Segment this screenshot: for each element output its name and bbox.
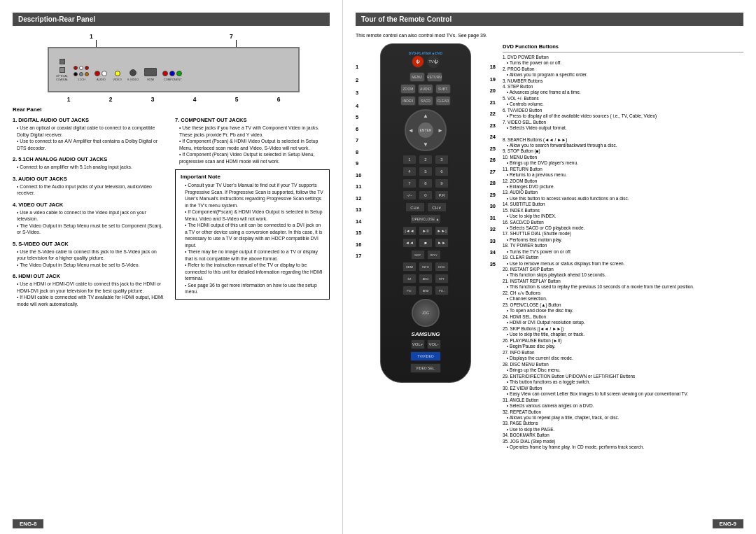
remote-row-num3: 7 8 9 [386,178,465,188]
tv-video-btn[interactable]: TV/VIDEO [410,351,441,361]
search-fwd[interactable]: ►► [435,238,449,248]
video-sel-btn[interactable]: VIDEO SEL. [410,363,441,373]
remote-row-misc2: HDMI INFO DISC [386,262,465,272]
dvd-func-title: DVD Function Buttons [503,43,743,52]
vol-up[interactable]: VOL+ [411,339,425,349]
zoom-btn[interactable]: ZOOM [400,84,416,94]
sec1-text: Use an optical or coaxial digital cable … [13,125,167,151]
search-back[interactable]: ◄◄ [402,238,416,248]
port-5ch: 5.1CH [74,66,89,81]
ez-view[interactable]: EZ [402,274,416,283]
remote-row-video-sel: VIDEO SEL. [386,363,465,373]
num-9[interactable]: 9 [435,178,449,188]
sec6-text: Use a HDMI or HDMI-DVI cable to connect … [13,281,167,307]
num-minus[interactable]: -/-- [402,190,416,200]
skip-back[interactable]: |◄◄ [402,226,416,236]
index-btn[interactable]: INDEX [400,96,416,106]
rear-panel-diagram: 1 7 OPTICALCOAXIAL [13,33,330,103]
play-pause[interactable]: ►II [419,226,433,236]
desc-30: 30. EZ VIEW Button Easy View can convert… [503,386,743,398]
vol-dn[interactable]: VOL- [427,339,441,349]
num-0[interactable]: 0 [419,190,433,200]
disc-menu[interactable]: DISC [435,262,449,272]
page-up[interactable]: PG↑ [402,286,416,295]
desc-25: 25. SKIP Buttons (|◄◄ / ►►|) Use to skip… [503,326,743,338]
remote-row-tv: TV/VIDEO [386,351,465,361]
page-num-left: ENG-8 [13,519,43,528]
nav-enter[interactable]: ENTER [418,122,433,138]
dvd-func-5: 5. VOL +/- Buttons Controls volume. [503,96,743,108]
samsung-logo: SAMSUNG [386,331,465,337]
desc-31: 31. ANGLE Button Selects various camera … [503,398,743,409]
num-8[interactable]: 8 [419,178,433,188]
instant-replay[interactable]: RPLY [427,250,441,260]
subtitle-btn[interactable]: SUBT. [435,84,451,94]
desc-10: 10. MENU Button Brings up the DVD player… [503,155,743,167]
desc-sec5: 5. S-VIDEO OUT JACK Use the S-Video cabl… [13,241,167,269]
remote-row-2: ZOOM AUDIO SUBT. [386,84,465,94]
dvd-func-4: 4. STEP Button Advances play one frame a… [503,84,743,96]
dvd-power-btn[interactable]: ⏻ [412,55,424,68]
num-1[interactable]: 1 [402,155,416,164]
bottom-num-row: 1 2 3 4 5 6 [48,96,300,103]
tv-power-btn[interactable]: TV⏻ [427,55,440,68]
desc-18: 18. TV POWER button Turns the TV's power… [503,243,743,255]
remote-row-misc3: EZ ANG RPT [386,274,465,283]
info-btn[interactable]: INFO [419,262,433,272]
num-7[interactable]: 7 [402,178,416,188]
remote-row-search: ◄◄ ■ ►► [386,238,465,248]
desc-27: 27. INFO Button Displays the current dis… [503,350,743,362]
desc-16: 16. SACD/CD Button Selects SACD or CD pl… [503,220,743,232]
diagram-num-1-top: 1 [90,33,93,40]
menu-btn[interactable]: MENU [410,72,425,82]
important-note-title: Important Note [181,174,324,180]
instant-skip[interactable]: SKIP [411,250,425,260]
remote-row-open: OPEN/CLOSE ▲ [386,214,465,224]
sec7-text: Use these jacks if you have a TV with Co… [175,125,330,164]
bookmark-btn[interactable]: BKM [419,286,433,295]
return-btn[interactable]: RETURN [427,72,442,82]
nav-cluster[interactable]: ▲ ▼ ◄ ► ENTER [405,109,447,151]
sec2-title: 2. 5.1CH ANALOG AUDIO OUT JACKS [13,156,167,162]
num-5[interactable]: 5 [419,167,433,176]
ch-up[interactable]: CH∧ [405,202,425,212]
important-note-text: Consult your TV User's Manual to find ou… [181,182,324,295]
important-note: Important Note Consult your TV User's Ma… [175,169,330,300]
port-optical: OPTICALCOAXIAL [56,59,68,81]
clear-btn[interactable]: CLEAR [435,96,451,106]
repeat-btn[interactable]: RPT [435,274,449,283]
desc-19: 19. CLEAR Button Use to remove menus or … [503,255,743,267]
remote-row-vol: VOL+ VOL- [386,339,465,349]
page-num-right: ENG-9 [713,519,743,528]
intro-text: This remote control can also control mos… [356,33,743,38]
audio-btn[interactable]: AUDIO [418,84,433,94]
sacd-btn[interactable]: SACD [418,96,433,106]
remote-wrapper: 1 2 3 4 5 6 7 8 9 10 11 12 13 14 15 16 1… [356,43,496,451]
num-2[interactable]: 2 [419,155,433,164]
open-close-btn[interactable]: OPEN/CLOSE ▲ [410,214,441,224]
desc-sec1: 1. DIGITAL AUDIO OUT JACKS Use an optica… [13,117,167,151]
remote-top-buttons: ⏻ TV⏻ [386,55,465,68]
num-6[interactable]: 6 [435,167,449,176]
num-3[interactable]: 3 [435,155,449,164]
desc-sec6: 6. HDMI OUT JACK Use a HDMI or HDMI-DVI … [13,273,167,307]
num-4[interactable]: 4 [402,167,416,176]
desc-23: 23. OPEN/CLOSE (▲) Button To open and cl… [503,302,743,314]
angle-btn[interactable]: ANG [419,274,433,283]
hdmi-sel[interactable]: HDMI [402,262,416,272]
sec3-text: Connect to the Audio input jacks of your… [13,183,167,197]
page-dn[interactable]: PG↓ [435,286,449,295]
desc-17: 17. SHUTTLE DIAL (Shuttle mode) Performs… [503,231,743,243]
port-video: VIDEO [113,71,121,81]
stop-btn[interactable]: ■ [419,238,433,248]
port-component: COMPONENT [162,71,182,81]
skip-fwd[interactable]: ►►| [435,226,449,236]
ch-dn[interactable]: CH∨ [427,202,447,212]
desc-col-left: 1. DIGITAL AUDIO OUT JACKS Use an optica… [13,117,167,312]
sec7-title: 7. COMPONENT OUT JACKS [175,117,330,123]
jog-dial[interactable]: JOG [412,299,440,327]
remote-body-container: DVD-PLAYER ■ DVD ⏻ TV⏻ MENU RETURN ZOOM … [371,43,480,383]
sec3-title: 3. AUDIO OUT JACKS [13,176,167,182]
num-prog[interactable]: P.R [435,190,449,200]
dvd-func-1: 1. DVD POWER Button Turns the power on o… [503,55,743,66]
